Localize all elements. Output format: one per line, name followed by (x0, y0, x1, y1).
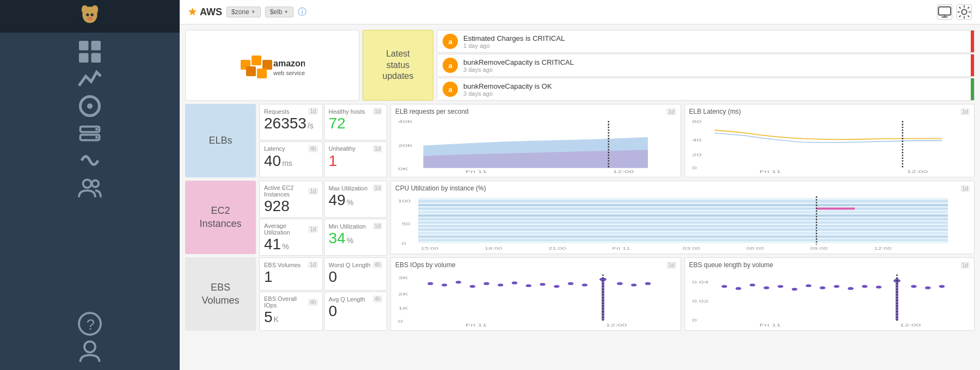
ebs-metric-tiles: EBS Volumes 1d 1 Worst Q Length 4h 0 EBS… (259, 257, 387, 331)
elb-rps-chart-title: ELB requests per second (395, 108, 469, 115)
svg-text:12:00: 12:00 (606, 323, 627, 327)
alert-icon-0: a (443, 34, 458, 49)
sidebar-bottom: ? (0, 310, 180, 370)
ebs-queue-chart-area: 0.04 0.02 0 (689, 271, 970, 327)
svg-text:?: ? (87, 316, 95, 333)
svg-text:100: 100 (398, 199, 411, 203)
svg-point-12 (87, 103, 93, 109)
sidebar-item-infrastructure[interactable] (0, 120, 180, 147)
elb-unhealthy-label: Unhealthy (329, 145, 356, 152)
svg-text:0: 0 (692, 318, 697, 323)
ebs-avgq-label: Avg Q Length (329, 296, 365, 303)
ec2-minutil-tile: Min Utilization 1d 34 % (324, 219, 388, 256)
elb-latency-chart-title: ELB Latency (ms) (689, 108, 741, 115)
sidebar-item-team[interactable] (0, 174, 180, 201)
svg-rect-9 (79, 53, 89, 63)
svg-rect-10 (91, 53, 101, 63)
alert-icon-2: a (443, 82, 458, 97)
elb-rps-chart-area: 40K 20K 0K Fri 11 12:00 (395, 118, 676, 174)
svg-rect-28 (262, 60, 272, 70)
ebs-volumes-value: 1 (264, 269, 318, 285)
top-bar: ★ AWS $zone ▼ $elb ▼ ⓘ (180, 0, 980, 24)
latest-status-text: Lateststatusupdates (383, 48, 414, 82)
aws-logo: amazon web services™ (240, 49, 305, 82)
svg-point-114 (925, 286, 930, 289)
sidebar-nav (0, 33, 180, 310)
svg-point-107 (834, 285, 839, 288)
sidebar-item-metrics[interactable] (0, 65, 180, 92)
elb-charts: ELB requests per second 1d 40K 20K 0K (390, 104, 975, 177)
row-ec2: EC2 Instances Active EC2 Instances 1d 92… (185, 181, 975, 254)
svg-point-85 (554, 285, 559, 288)
alert-icon-1: a (443, 58, 458, 73)
sidebar-item-dashboards[interactable] (0, 38, 180, 65)
alert-content-1: bunkRemoveCapacity is CRITICAL 3 days ag… (463, 58, 969, 73)
svg-rect-58 (418, 229, 948, 231)
ec2-maxutil-unit: % (347, 198, 353, 207)
latest-status-panel: Lateststatusupdates (363, 30, 433, 101)
svg-rect-7 (79, 41, 89, 51)
ec2-avgutil-tile: Average Utilization 1d 41 % (259, 219, 323, 256)
elb-rps-chart-period: 1d (666, 108, 676, 115)
ebs-iops-chart[interactable]: EBS IOps by volume 1d 3K 2K 1K 0 (390, 257, 681, 331)
svg-text:12:00: 12:00 (613, 169, 634, 174)
monitor-button[interactable] (937, 4, 952, 20)
svg-text:18:00: 18:00 (485, 246, 503, 250)
elb-healthy-value: 72 (329, 116, 383, 131)
ebs-worstq-tile: Worst Q Length 4h 0 (324, 257, 388, 291)
elb-filter-arrow: ▼ (284, 9, 289, 15)
svg-point-110 (875, 286, 881, 288)
elb-latency-chart[interactable]: ELB Latency (ms) 1d 60 40 20 0 (684, 104, 975, 177)
ebs-worstq-value: 0 (329, 269, 383, 285)
settings-button[interactable] (957, 4, 972, 20)
elb-rps-chart[interactable]: ELB requests per second 1d 40K 20K 0K (390, 104, 681, 177)
sidebar-item-monitors[interactable] (0, 92, 180, 120)
sidebar: ? (0, 0, 180, 370)
elb-requests-unit: /s (308, 121, 314, 130)
svg-rect-61 (418, 239, 948, 241)
svg-point-16 (95, 136, 98, 139)
ec2-avgutil-value: 41 (264, 237, 281, 252)
elb-latency-chart-period: 1d (960, 108, 970, 115)
sidebar-item-user[interactable] (0, 337, 180, 365)
svg-text:20K: 20K (398, 143, 414, 148)
svg-point-106 (819, 286, 825, 289)
svg-rect-62 (817, 207, 855, 209)
ec2-avgutil-label: Average Utilization (264, 223, 308, 236)
alert-content-0: Estimated Charges is CRITICAL 1 day ago (463, 34, 969, 49)
sidebar-item-help[interactable]: ? (0, 310, 180, 337)
svg-point-21 (84, 342, 95, 353)
svg-point-90 (617, 282, 622, 285)
row-ebs: EBS Volumes EBS Volumes 1d 1 Worst Q Len… (185, 257, 975, 331)
sidebar-logo (0, 0, 180, 33)
ec2-cpu-chart[interactable]: CPU Utilization by instance (%) 1d 100 5… (390, 181, 975, 254)
top-bar-left: ★ AWS $zone ▼ $elb ▼ ⓘ (188, 6, 307, 18)
svg-text:1K: 1K (398, 306, 409, 311)
svg-text:0.04: 0.04 (692, 280, 708, 285)
svg-point-100 (736, 287, 741, 290)
svg-rect-59 (418, 232, 948, 235)
alert-time-0: 1 day ago (463, 42, 969, 49)
zone-filter-arrow: ▼ (251, 9, 256, 15)
ec2-avgutil-unit: % (282, 242, 289, 251)
elb-filter[interactable]: $elb ▼ (265, 7, 294, 17)
svg-point-101 (749, 283, 755, 286)
svg-text:12:00: 12:00 (906, 169, 928, 174)
svg-point-99 (721, 285, 727, 288)
svg-rect-57 (418, 225, 948, 227)
svg-point-82 (512, 281, 517, 284)
ebs-label: EBS Volumes (185, 257, 256, 331)
zone-filter[interactable]: $zone ▼ (226, 7, 261, 17)
star-icon: ★ (188, 6, 197, 18)
help-icon[interactable]: ⓘ (298, 7, 307, 18)
svg-rect-54 (418, 214, 948, 217)
svg-text:3K: 3K (398, 275, 409, 280)
dashboard: amazon web services™ Lateststatusupdates… (180, 24, 980, 370)
ebs-iops-chart-period: 1d (666, 262, 676, 269)
page-title: ★ AWS (188, 6, 222, 18)
main-content: ★ AWS $zone ▼ $elb ▼ ⓘ (180, 0, 980, 370)
sidebar-item-apm[interactable] (0, 147, 180, 174)
alert-content-2: bunkRemoveCapacity is OK 3 days ago (463, 82, 969, 97)
svg-text:60: 60 (692, 119, 701, 124)
ebs-queue-chart[interactable]: EBS queue length by volume 1d 0.04 0.02 … (684, 257, 975, 331)
